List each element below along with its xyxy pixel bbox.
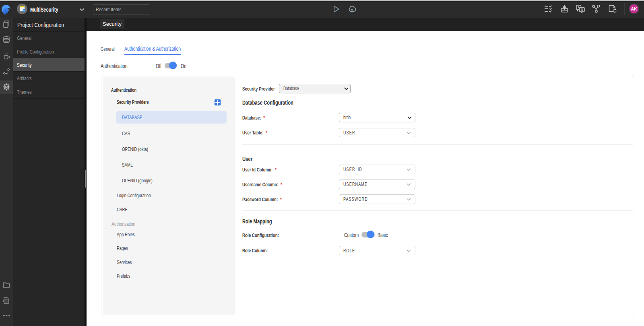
svg-text:LOG: LOG	[4, 300, 8, 302]
